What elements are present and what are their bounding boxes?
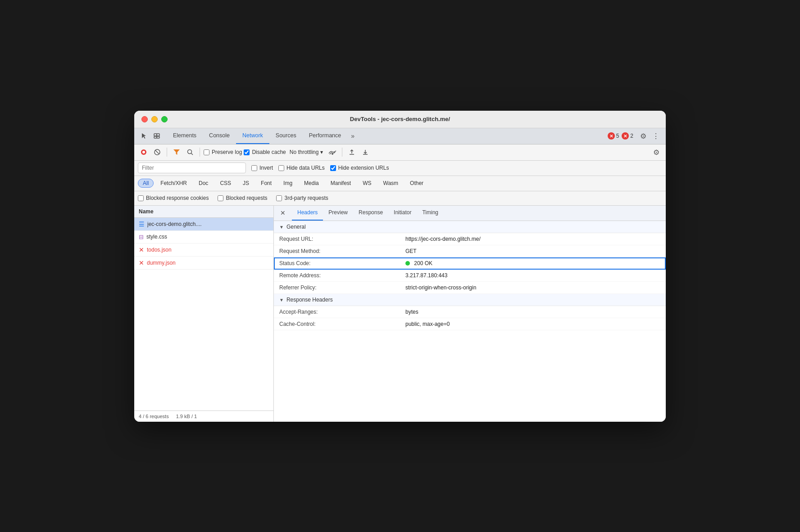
request-item-3[interactable]: ✕ dummy.json	[134, 257, 273, 270]
request-item-2[interactable]: ✕ todos.json	[134, 243, 273, 257]
request-name-1: style.css	[146, 234, 269, 240]
svg-point-8	[188, 150, 192, 154]
request-url-row: Request URL: https://jec-cors-demo.glitc…	[274, 233, 666, 245]
details-tab-initiator[interactable]: Initiator	[388, 205, 417, 221]
status-code-key: Status Code:	[279, 260, 405, 266]
request-item-0[interactable]: ☰ jec-cors-demo.glitch....	[134, 218, 273, 231]
throttle-chevron-icon: ▾	[320, 149, 323, 155]
tab-elements[interactable]: Elements	[167, 128, 203, 144]
svg-point-10	[332, 153, 333, 154]
type-btn-js[interactable]: JS	[238, 179, 254, 188]
invert-input[interactable]	[251, 165, 257, 171]
hide-data-urls-input[interactable]	[278, 165, 284, 171]
network-conditions-icon[interactable]	[327, 146, 338, 158]
clear-button[interactable]	[151, 146, 163, 158]
error-icon-2: ✕	[139, 246, 144, 253]
cursor-icon[interactable]	[138, 130, 150, 142]
request-method-value: GET	[405, 248, 660, 254]
third-party-requests-checkbox[interactable]: 3rd-party requests	[276, 195, 328, 201]
toolbar-divider-3	[342, 148, 342, 157]
details-tab-timing[interactable]: Timing	[417, 205, 444, 221]
general-section-header[interactable]: General	[274, 221, 666, 233]
details-tab-headers[interactable]: Headers	[292, 205, 323, 221]
request-method-key: Request Method:	[279, 248, 405, 254]
request-name-3: dummy.json	[147, 260, 269, 266]
preserve-log-checkbox[interactable]: Preserve log	[204, 149, 242, 155]
blocked-requests-checkbox[interactable]: Blocked requests	[218, 195, 267, 201]
error-badges: ✕ 5 ✕ 2	[608, 132, 633, 140]
throttle-selector[interactable]: No throttling ▾	[288, 148, 325, 156]
accept-ranges-row: Accept-Ranges: bytes	[274, 306, 666, 318]
type-btn-other[interactable]: Other	[405, 179, 428, 188]
request-item-1[interactable]: ⊟ style.css	[134, 231, 273, 243]
details-tab-preview[interactable]: Preview	[323, 205, 353, 221]
maximize-button[interactable]	[161, 116, 168, 122]
doc-icon: ☰	[139, 221, 145, 228]
close-button[interactable]	[141, 116, 148, 122]
details-tab-response[interactable]: Response	[353, 205, 388, 221]
requests-spacer	[134, 270, 273, 410]
import-har-button[interactable]	[346, 146, 358, 158]
disable-cache-checkbox[interactable]: Disable cache	[244, 149, 286, 155]
settings-gear-icon[interactable]: ⚙	[637, 130, 650, 142]
referrer-policy-value: strict-origin-when-cross-origin	[405, 284, 660, 291]
export-har-button[interactable]	[359, 146, 371, 158]
filter-button[interactable]	[171, 146, 182, 158]
requests-footer: 4 / 6 requests 1.9 kB / 1	[134, 410, 273, 422]
type-btn-font[interactable]: Font	[256, 179, 277, 188]
type-btn-manifest[interactable]: Manifest	[326, 179, 356, 188]
window-title: DevTools - jec-cors-demo.glitch.me/	[350, 116, 450, 122]
referrer-policy-key: Referrer Policy:	[279, 284, 405, 291]
svg-rect-3	[157, 136, 159, 138]
requests-panel: Name ☰ jec-cors-demo.glitch.... ⊟ style.…	[134, 206, 274, 422]
request-url-key: Request URL:	[279, 236, 405, 242]
blocked-response-cookies-checkbox[interactable]: Blocked response cookies	[138, 195, 209, 201]
type-btn-fetch/xhr[interactable]: Fetch/XHR	[155, 179, 192, 188]
layers-icon[interactable]	[150, 130, 163, 142]
checkbox-row: Blocked response cookies Blocked request…	[134, 191, 666, 206]
type-btn-css[interactable]: CSS	[215, 179, 236, 188]
network-toolbar: Preserve log Disable cache No throttling…	[134, 144, 666, 161]
request-url-value[interactable]: https://jec-cors-demo.glitch.me/	[405, 236, 660, 242]
svg-rect-2	[154, 136, 157, 138]
more-options-icon[interactable]: ⋮	[650, 130, 662, 142]
remote-address-key: Remote Address:	[279, 272, 405, 279]
invert-checkbox[interactable]: Invert	[251, 165, 273, 171]
type-btn-wasm[interactable]: Wasm	[378, 179, 404, 188]
cache-control-row: Cache-Control: public, max-age=0	[274, 318, 666, 330]
response-headers-section[interactable]: Response Headers	[274, 294, 666, 306]
hide-extension-urls-input[interactable]	[330, 165, 336, 171]
tab-console[interactable]: Console	[203, 128, 236, 144]
network-settings-button[interactable]: ⚙	[650, 146, 662, 158]
third-party-requests-input[interactable]	[276, 195, 282, 201]
tab-network[interactable]: Network	[236, 128, 269, 144]
traffic-lights	[141, 116, 168, 122]
type-btn-img[interactable]: Img	[278, 179, 297, 188]
type-btn-doc[interactable]: Doc	[194, 179, 213, 188]
close-details-button[interactable]: ✕	[277, 207, 288, 218]
status-green-dot	[405, 261, 410, 266]
more-tabs-button[interactable]: »	[347, 132, 358, 140]
type-btn-media[interactable]: Media	[299, 179, 324, 188]
requests-size: 1.9 kB / 1	[176, 414, 197, 419]
error-count-badge[interactable]: ✕ 5	[608, 132, 619, 140]
filter-bar: Invert Hide data URLs Hide extension URL…	[134, 161, 666, 176]
blocked-requests-input[interactable]	[218, 195, 223, 201]
record-button[interactable]	[138, 146, 150, 158]
type-btn-ws[interactable]: WS	[358, 179, 376, 188]
tab-sources[interactable]: Sources	[269, 128, 303, 144]
tab-performance[interactable]: Performance	[303, 128, 348, 144]
disable-cache-input[interactable]	[244, 149, 250, 155]
requests-count: 4 / 6 requests	[139, 414, 169, 419]
details-content: General Request URL: https://jec-cors-de…	[274, 221, 666, 422]
hide-extension-urls-checkbox[interactable]: Hide extension URLs	[330, 165, 389, 171]
warning-count-badge[interactable]: ✕ 2	[622, 132, 633, 140]
minimize-button[interactable]	[151, 116, 158, 122]
filter-input[interactable]	[138, 162, 246, 173]
blocked-response-cookies-input[interactable]	[138, 195, 144, 201]
preserve-log-input[interactable]	[204, 149, 209, 155]
type-btn-all[interactable]: All	[138, 179, 154, 188]
search-button[interactable]	[184, 146, 196, 158]
hide-data-urls-checkbox[interactable]: Hide data URLs	[278, 165, 325, 171]
svg-point-5	[142, 151, 145, 153]
